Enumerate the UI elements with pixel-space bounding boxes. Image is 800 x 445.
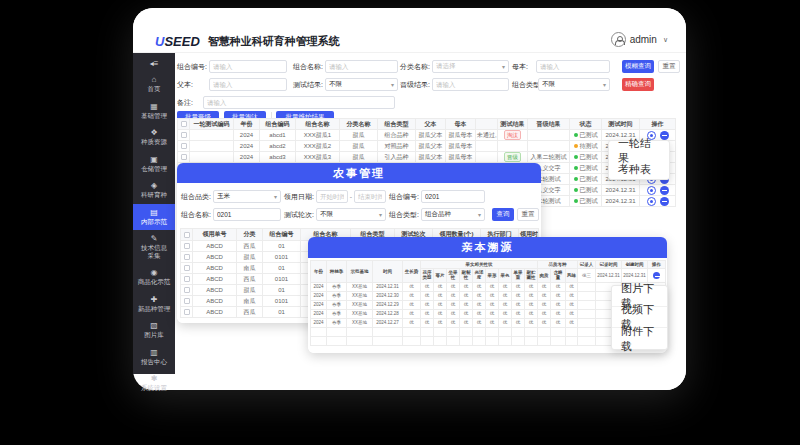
sidebar-item[interactable]: ◈ 科研育种	[133, 177, 175, 204]
farm-search-button[interactable]: 查询	[492, 208, 514, 221]
sidebar-item[interactable]: ▧ 图片库	[133, 317, 175, 344]
sidebar-item-label: 内部示范	[133, 218, 175, 226]
menu-item-round-result[interactable]: 一轮结果	[609, 141, 669, 160]
date-start-input[interactable]	[316, 190, 348, 203]
cell-category: 南瓜	[237, 296, 263, 307]
row-checkbox[interactable]	[184, 309, 190, 315]
view-icon[interactable]	[647, 197, 656, 206]
row-checkbox[interactable]	[184, 287, 190, 293]
farm-field-code: 组合编号:	[389, 190, 487, 203]
remove-icon[interactable]	[660, 186, 669, 195]
sidebar-item[interactable]: ▦ 基础管理	[133, 98, 175, 125]
farm-category-select[interactable]: 玉米▾	[213, 190, 281, 203]
filter-mother: 母本:	[512, 60, 612, 73]
row-checkbox[interactable]	[184, 254, 190, 260]
sidebar-item-label: 种质资源	[133, 138, 175, 146]
menu-item-seed-test-table[interactable]: 考种表	[609, 160, 669, 179]
menu-item-attachment-download[interactable]: 附件下载	[612, 328, 667, 349]
row-checkbox[interactable]	[184, 276, 190, 282]
status-dot	[574, 177, 578, 181]
sidebar-item-label: 首页	[133, 85, 175, 93]
select-all-checkbox[interactable]	[181, 121, 187, 127]
row-checkbox[interactable]	[181, 154, 187, 160]
sidebar-item-label: 系统设置	[133, 384, 175, 392]
filter-label: 组合名称:	[293, 62, 325, 72]
sidebar-item-label: 新品种管理	[133, 305, 175, 313]
sidebar-item[interactable]: ❖ 种质资源	[133, 124, 175, 151]
farm-comb-code-input[interactable]	[421, 190, 485, 203]
sidebar: ◂≡ ⌂ 首页 ▦ 基础管理 ❖ 种质资源 ▣	[133, 53, 175, 374]
remove-icon[interactable]	[660, 131, 669, 140]
cell-comb-code: abcd1	[260, 130, 296, 141]
date-end-input[interactable]	[354, 190, 386, 203]
row-checkbox[interactable]	[181, 132, 187, 138]
remark-input[interactable]	[203, 96, 395, 109]
cell-category: 甜瓜	[340, 130, 378, 141]
exact-search-button[interactable]: 精确查询	[622, 78, 654, 91]
promote-result-input[interactable]	[432, 78, 509, 91]
sidebar-item[interactable]: ⌂ 首页	[133, 71, 175, 98]
row-checkbox[interactable]	[184, 243, 190, 249]
filter-label: 晋级结果:	[400, 80, 432, 90]
mother-input[interactable]	[536, 60, 610, 73]
select-all-checkbox[interactable]	[184, 232, 190, 238]
farm-modal-title: 农事管理	[177, 163, 541, 183]
fuzzy-search-button[interactable]: 模糊查询	[622, 60, 654, 73]
sidebar-item[interactable]: ✱ 系统设置	[133, 370, 175, 397]
cell-comb-type: 组合品种	[378, 130, 416, 141]
filter-label: 测试结果:	[293, 80, 325, 90]
cell-promote-result: 入果二轮测试	[528, 152, 570, 163]
cell-category: 甜瓜	[340, 141, 378, 152]
filter-test-result: 测试结果: 不限▾	[293, 78, 399, 91]
view-icon[interactable]	[647, 186, 656, 195]
sidebar-item[interactable]: ◉ 商品化示范	[133, 264, 175, 291]
select-arrow-icon: ▾	[603, 81, 606, 88]
test-result-select[interactable]: 不限▾	[325, 78, 398, 91]
cell-order-no: ABCD	[193, 285, 237, 296]
sidebar-item-label: 基础管理	[133, 112, 175, 120]
farm-reset-button[interactable]: 重置	[517, 208, 539, 221]
status-text: 待测试	[580, 143, 598, 149]
cell-father: 甜瓜父本	[416, 130, 446, 141]
farm-round-select[interactable]: 不限▾	[316, 208, 386, 221]
cell-order-no: ABCD	[193, 307, 237, 318]
row-checkbox[interactable]	[184, 298, 190, 304]
filter-comb-code: 组合编号:	[177, 60, 287, 73]
cell-create-time: 2024.12.31	[622, 269, 648, 282]
comb-type-select[interactable]: 不限▾	[538, 78, 610, 91]
comb-code-input[interactable]	[209, 60, 287, 73]
farm-type-select[interactable]: 组合品种▾	[421, 208, 485, 221]
sidebar-nav: ⌂ 首页 ▦ 基础管理 ❖ 种质资源 ▣ 仓储管理	[133, 71, 175, 397]
sidebar-item[interactable]: ▥ 报告中心	[133, 344, 175, 371]
titlebar: USEED 智慧种业科研育种管理系统 admin ∨	[133, 8, 686, 53]
chevron-down-icon: ∨	[663, 36, 668, 44]
cell-test-time: 2024.12.31	[602, 185, 640, 196]
sidebar-item[interactable]: ▤ 内部示范	[133, 204, 175, 231]
sidebar-item[interactable]: ✎ 技术信息 采集	[133, 230, 175, 264]
sidebar-item[interactable]: ▣ 仓储管理	[133, 151, 175, 178]
status-dot	[574, 199, 578, 203]
farm-field-date: 领用日期: -	[284, 190, 388, 203]
logo-seed: SEED	[164, 34, 199, 49]
cell-mother: 甜瓜母本	[446, 152, 476, 163]
row-checkbox[interactable]	[181, 143, 187, 149]
farm-comb-name-input[interactable]	[213, 208, 281, 221]
sidebar-collapse-icon[interactable]: ◂≡	[133, 53, 175, 71]
comb-name-input[interactable]	[325, 60, 398, 73]
category-select[interactable]: 请选择▾	[432, 60, 509, 73]
row-checkbox[interactable]	[184, 265, 190, 271]
remove-icon[interactable]	[660, 197, 669, 206]
father-input[interactable]	[209, 78, 287, 91]
filter-category: 分类名称: 请选择▾	[400, 60, 510, 73]
cell-order-no: ABCD	[193, 252, 237, 263]
user-menu[interactable]: admin ∨	[611, 32, 668, 47]
sidebar-item[interactable]: ✚ 新品种管理	[133, 291, 175, 318]
cell-order-no: ABCD	[193, 296, 237, 307]
action-icon[interactable]	[653, 272, 660, 279]
result-tag: 淘汰	[504, 130, 521, 140]
reset-button[interactable]: 重置	[658, 60, 680, 73]
cell-comb-name: XXX甜瓜3	[296, 152, 340, 163]
cell-order-no: ABCD	[193, 274, 237, 285]
cell-note	[476, 141, 498, 152]
row-context-menu: 一轮结果 考种表	[608, 140, 670, 180]
